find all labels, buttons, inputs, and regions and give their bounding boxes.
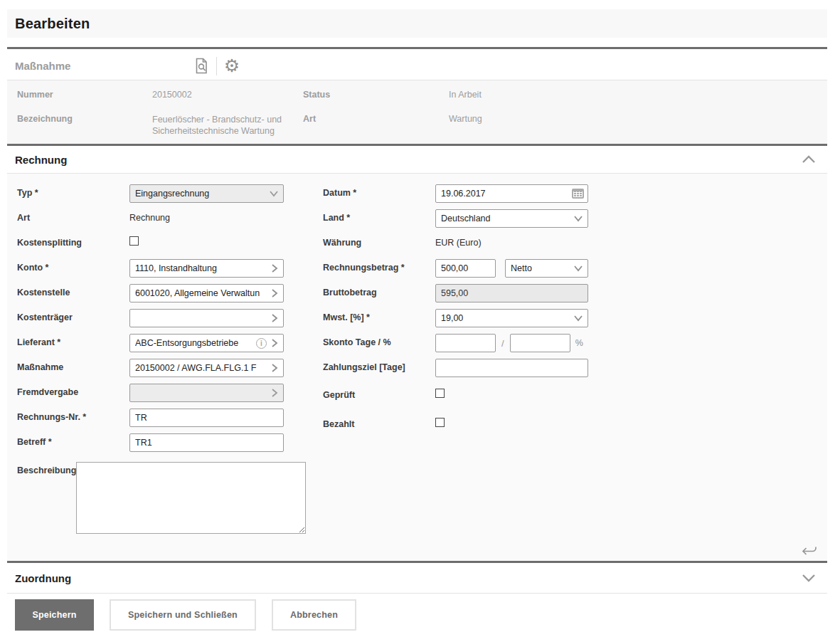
kostensplitting-checkbox[interactable] [129, 236, 139, 246]
typ-select[interactable]: Eingangsrechnung [129, 184, 284, 203]
rechnungsbetrag-input[interactable] [435, 259, 496, 278]
rechnung-section-header: Rechnung [7, 146, 827, 173]
land-select[interactable]: Deutschland [435, 209, 588, 228]
form-row-fremdvergabe: Fremdvergabe [7, 381, 306, 406]
chevron-down-icon [269, 189, 279, 199]
mwst-select[interactable]: 19,00 [435, 309, 588, 327]
chevron-up-icon [803, 157, 814, 162]
massnahme-panel-title: Maßnahme [7, 60, 189, 72]
zahlungsziel-input[interactable] [435, 359, 588, 377]
rechnung-section-title: Rechnung [7, 154, 67, 166]
skonto-separator: / [501, 338, 504, 349]
percent-sign: % [575, 338, 583, 348]
form-row-kostenstelle: Kostenstelle 6001020, Allgemeine Verwalt… [7, 281, 306, 306]
skonto-tage-input[interactable] [435, 334, 496, 352]
kostentraeger-picker[interactable] [129, 309, 284, 327]
form-row-land: Land * Deutschland [313, 206, 626, 231]
beschreibung-textarea[interactable] [76, 462, 306, 534]
button-bar: Speichern Speichern und Schließen Abbrec… [7, 599, 827, 631]
calendar-icon[interactable] [572, 189, 584, 199]
konto-picker[interactable]: 1110, Instandhaltung [129, 259, 284, 278]
typ-value: Eingangsrechnung [135, 189, 269, 199]
netto-brutto-select[interactable]: Netto [505, 259, 588, 278]
edit-invoice-page: Bearbeiten Maßnahme ⚙ Nummer 20150002 St… [0, 0, 840, 637]
chevron-down-icon [573, 214, 583, 223]
info-icon[interactable] [256, 338, 267, 349]
kostenstelle-label: Kostenstelle [7, 284, 129, 298]
mwst-value: 19,00 [441, 313, 573, 323]
netto-brutto-value: Netto [511, 263, 573, 273]
form-row-konto: Konto * 1110, Instandhaltung [7, 256, 306, 281]
save-button[interactable]: Speichern [15, 599, 94, 631]
status-value: In Arbeit [449, 90, 482, 100]
chevron-right-icon [270, 338, 280, 348]
form-column-right: Datum * Land * Deutschland Währung EUR (… [313, 174, 626, 439]
form-row-zahlungsziel: Zahlungsziel [Tage] [313, 356, 626, 381]
art-value: Wartung [449, 114, 482, 137]
lieferant-picker[interactable]: ABC-Entsorgungsbetriebe [129, 334, 284, 352]
massnahme-field-label: Maßnahme [7, 359, 129, 372]
geprueft-checkbox[interactable] [435, 389, 445, 398]
skonto-label: Skonto Tage / % [313, 334, 435, 347]
form-row-mwst: Mwst. [%] * 19,00 [313, 306, 626, 331]
betreff-input[interactable] [129, 433, 284, 452]
art-label: Art [303, 114, 449, 137]
save-and-close-button[interactable]: Speichern und Schließen [110, 599, 256, 631]
form-row-art: Art Rechnung [7, 206, 306, 231]
bezeichnung-value: Feuerlöscher - Brandschutz- und Sicherhe… [152, 114, 303, 137]
massnahme-info-panel: Nummer 20150002 Status In Arbeit Bezeich… [7, 80, 827, 144]
lieferant-value: ABC-Entsorgungsbetriebe [135, 338, 256, 348]
skonto-prozent-input[interactable] [510, 334, 570, 352]
kostenstelle-value: 6001020, Allgemeine Verwaltun [135, 288, 270, 298]
lieferant-label: Lieferant * [7, 334, 129, 347]
expand-section-button[interactable] [802, 574, 827, 582]
info-row: Bezeichnung Feuerlöscher - Brandschutz- … [7, 114, 827, 137]
page-title: Bearbeiten [7, 16, 90, 32]
rechnungs-nr-input[interactable] [129, 409, 284, 427]
collapse-section-button[interactable] [802, 155, 827, 164]
waehrung-value: EUR (Euro) [435, 234, 482, 248]
bezahlt-checkbox[interactable] [435, 418, 445, 427]
datum-input[interactable] [435, 184, 588, 203]
cancel-button[interactable]: Abbrechen [272, 599, 356, 631]
chevron-right-icon [270, 263, 280, 273]
bezeichnung-label: Bezeichnung [7, 114, 152, 137]
form-row-bruttobetrag: Bruttobetrag [313, 281, 626, 306]
form-row-lieferant: Lieferant * ABC-Entsorgungsbetriebe [7, 331, 306, 356]
chevron-down-icon [573, 313, 583, 323]
zuordnung-section-header: Zuordnung [7, 563, 827, 593]
chevron-right-icon [270, 288, 280, 298]
art-field-label: Art [7, 209, 129, 223]
form-row-massnahme: Maßnahme 20150002 / AWG.FLA.FLG.1 F [7, 356, 306, 381]
massnahme-field-value: 20150002 / AWG.FLA.FLG.1 F [135, 363, 270, 373]
art-field-value: Rechnung [129, 209, 170, 223]
form-column-left: Typ * Eingangsrechnung Art Rechnung Kost… [7, 174, 306, 537]
return-icon[interactable] [799, 540, 819, 557]
beschreibung-label: Beschreibung [7, 462, 76, 475]
betreff-label: Betreff * [7, 433, 129, 447]
bezahlt-label: Bezahlt [313, 416, 435, 429]
land-value: Deutschland [441, 214, 573, 223]
kostenstelle-picker[interactable]: 6001020, Allgemeine Verwaltun [129, 284, 284, 302]
waehrung-label: Währung [313, 234, 435, 248]
settings-gear-icon[interactable]: ⚙ [220, 56, 244, 77]
form-row-waehrung: Währung EUR (Euro) [313, 231, 626, 256]
massnahme-picker[interactable]: 20150002 / AWG.FLA.FLG.1 F [129, 359, 284, 377]
konto-value: 1110, Instandhaltung [135, 263, 270, 273]
konto-label: Konto * [7, 259, 129, 273]
form-row-kostentraeger: Kostenträger [7, 306, 306, 331]
nummer-value: 20150002 [152, 90, 303, 100]
mwst-label: Mwst. [%] * [313, 309, 435, 322]
fremdvergabe-label: Fremdvergabe [7, 384, 129, 397]
form-row-rechnungsbetrag: Rechnungsbetrag * Netto [313, 256, 626, 281]
chevron-down-icon [803, 575, 814, 581]
document-preview-icon[interactable] [189, 56, 213, 77]
bruttobetrag-input [435, 284, 588, 302]
form-row-kostensplitting: Kostensplitting [7, 231, 306, 256]
divider [7, 47, 827, 49]
datum-label: Datum * [313, 184, 435, 198]
typ-label: Typ * [7, 184, 129, 198]
info-row: Nummer 20150002 Status In Arbeit [7, 90, 827, 100]
form-row-betreff: Betreff * [7, 431, 306, 456]
form-row-geprueft: Geprüft [313, 381, 626, 410]
